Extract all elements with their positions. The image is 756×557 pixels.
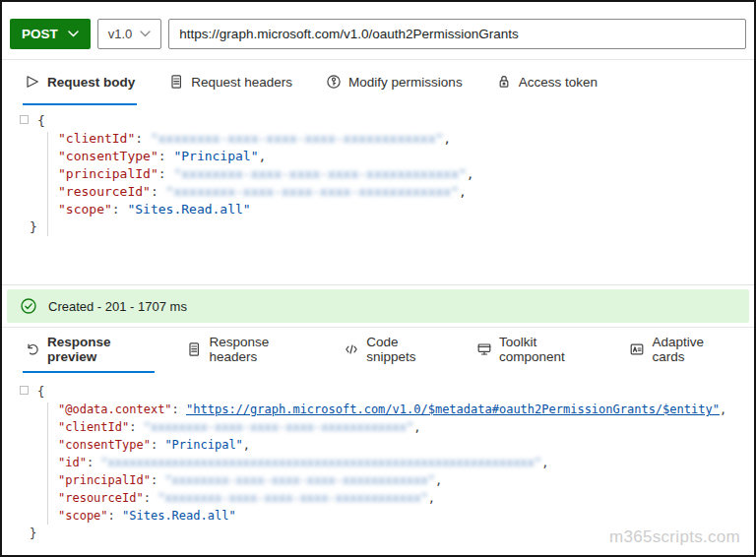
chevron-down-icon bbox=[140, 31, 151, 37]
card-icon bbox=[629, 341, 645, 357]
status-text: Created - 201 - 1707 ms bbox=[48, 299, 187, 314]
code-line: "resourceId": "xxxxxxxx-xxxx-xxxx-xxxx-x… bbox=[2, 489, 754, 507]
code-line: "scope": "Sites.Read.all" bbox=[2, 507, 754, 525]
request-toolbar: POST v1.0 bbox=[2, 2, 754, 60]
permissions-icon bbox=[326, 74, 342, 90]
watermark: m365scripts.com bbox=[609, 527, 740, 547]
tab-label: Toolkit component bbox=[499, 335, 597, 364]
request-url-input[interactable] bbox=[168, 19, 746, 49]
tab-code-snippets[interactable]: Code snippets bbox=[342, 328, 445, 373]
redacted-value: "xxxxxxxx-xxxx-xxxx-xxxx-xxxxxxxxxxxx" bbox=[173, 166, 466, 181]
code-line: { bbox=[2, 112, 754, 130]
code-line: "scope": "Sites.Read.all" bbox=[2, 201, 754, 218]
redacted-value: "xxxxxxxxxxxxxxxxxxxxxxxxxxxxxxxxxxxxxxx… bbox=[100, 456, 541, 469]
code-line: "principalId": "xxxxxxxx-xxxx-xxxx-xxxx-… bbox=[2, 165, 754, 183]
tab-label: Request headers bbox=[191, 75, 292, 90]
component-icon bbox=[476, 341, 492, 357]
tab-label: Response preview bbox=[47, 335, 153, 364]
tab-label: Access token bbox=[519, 75, 598, 90]
tab-label: Response headers bbox=[209, 335, 310, 364]
document-icon bbox=[186, 341, 202, 357]
response-status-bar: Created - 201 - 1707 ms bbox=[7, 289, 749, 323]
api-version-dropdown[interactable]: v1.0 bbox=[97, 19, 162, 49]
fold-marker[interactable] bbox=[20, 115, 29, 124]
redacted-value: "xxxxxxxx-xxxx-xxxx-xxxx-xxxxxxxxxxxx" bbox=[144, 420, 414, 434]
code-line: } bbox=[2, 218, 754, 236]
code-icon bbox=[344, 341, 359, 357]
tab-label: Adaptive cards bbox=[652, 335, 731, 364]
response-section: Response preview Response headers Code s… bbox=[2, 327, 754, 557]
tab-response-headers[interactable]: Response headers bbox=[184, 328, 312, 373]
redacted-value: "xxxxxxxx-xxxx-xxxx-xxxx-xxxxxxxxxxxx" bbox=[151, 131, 443, 146]
tab-access-token[interactable]: Access token bbox=[494, 60, 599, 105]
code-line: { bbox=[2, 383, 754, 401]
tab-label: Request body bbox=[47, 75, 135, 90]
response-tabs: Response preview Response headers Code s… bbox=[2, 328, 754, 373]
fold-marker[interactable] bbox=[20, 386, 29, 395]
redacted-value: "xxxxxxxx-xxxx-xxxx-xxxx-xxxxxxxxxxxx" bbox=[166, 184, 459, 199]
tab-label: Code snippets bbox=[366, 335, 443, 364]
http-method-dropdown[interactable]: POST bbox=[10, 19, 91, 49]
code-line: "id": "xxxxxxxxxxxxxxxxxxxxxxxxxxxxxxxxx… bbox=[2, 454, 754, 471]
undo-arrow-icon bbox=[25, 341, 40, 357]
request-body-editor[interactable]: { "clientId": "xxxxxxxx-xxxx-xxxx-xxxx-x… bbox=[2, 105, 754, 285]
graph-explorer-window: POST v1.0 Request body Request headers M… bbox=[0, 0, 756, 557]
document-icon bbox=[168, 74, 184, 90]
code-line: "@odata.context": "https://graph.microso… bbox=[2, 401, 754, 418]
tab-response-preview[interactable]: Response preview bbox=[23, 328, 155, 373]
tab-adaptive-cards[interactable]: Adaptive cards bbox=[627, 328, 733, 373]
tab-toolkit-component[interactable]: Toolkit component bbox=[474, 328, 598, 373]
api-version-label: v1.0 bbox=[108, 27, 133, 41]
tab-request-body[interactable]: Request body bbox=[23, 60, 137, 105]
chevron-down-icon bbox=[68, 31, 79, 37]
code-line: "clientId": "xxxxxxxx-xxxx-xxxx-xxxx-xxx… bbox=[2, 130, 754, 148]
request-tabs: Request body Request headers Modify perm… bbox=[2, 60, 754, 105]
code-line: "clientId": "xxxxxxxx-xxxx-xxxx-xxxx-xxx… bbox=[2, 418, 754, 436]
redacted-value: "xxxxxxxx-xxxx-xxxx-xxxx-xxxxxxxxxxxx" bbox=[158, 491, 428, 505]
send-icon bbox=[25, 74, 40, 90]
lock-icon bbox=[496, 74, 512, 90]
tab-label: Modify permissions bbox=[348, 75, 463, 90]
code-line: "resourceId": "xxxxxxxx-xxxx-xxxx-xxxx-x… bbox=[2, 183, 754, 201]
code-line: "consentType": "Principal", bbox=[2, 436, 754, 454]
code-line: "principalId": "xxxxxxxx-xxxx-xxxx-xxxx-… bbox=[2, 471, 754, 489]
success-check-icon bbox=[20, 297, 37, 315]
code-line: "consentType": "Principal", bbox=[2, 148, 754, 165]
redacted-value: "xxxxxxxx-xxxx-xxxx-xxxx-xxxxxxxxxxxx" bbox=[164, 473, 435, 487]
http-method-label: POST bbox=[22, 27, 58, 41]
odata-context-link[interactable]: "https://graph.microsoft.com/v1.0/$metad… bbox=[186, 402, 720, 416]
tab-request-headers[interactable]: Request headers bbox=[166, 60, 294, 105]
tab-modify-permissions[interactable]: Modify permissions bbox=[324, 60, 465, 105]
